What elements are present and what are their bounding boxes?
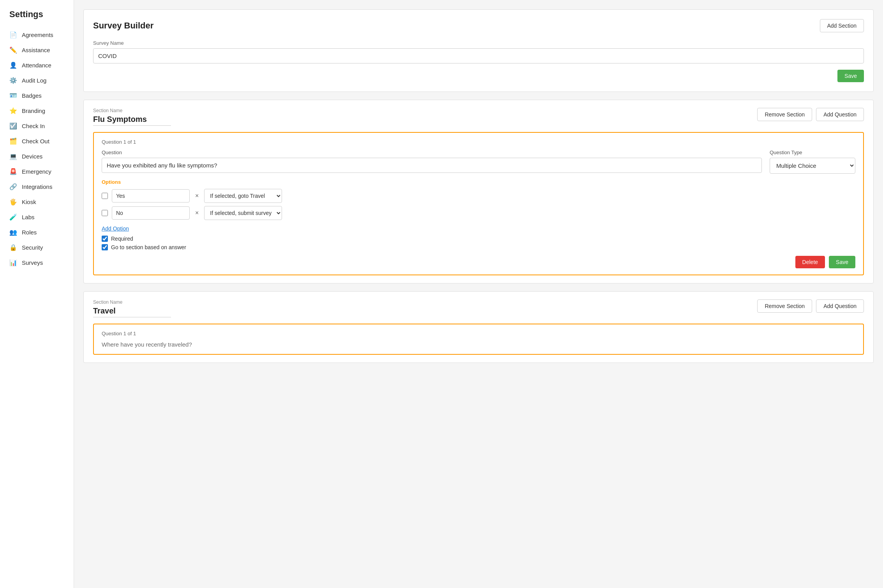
question-save-button-flu-symptoms-q1[interactable]: Save <box>829 256 855 268</box>
sidebar-item-branding[interactable]: ⭐Branding <box>0 103 74 118</box>
option-text-input-flu-symptoms-q1-1[interactable] <box>112 206 190 220</box>
options-label-flu-symptoms-q1: Options <box>102 179 855 185</box>
goto-section-checkbox-flu-symptoms-q1[interactable] <box>102 244 108 250</box>
surveys-icon: 📊 <box>9 259 17 266</box>
sidebar-item-agreements[interactable]: 📄Agreements <box>0 27 74 42</box>
sidebar-label-badges: Badges <box>22 92 42 99</box>
question-number-flu-symptoms-q1: Question 1 of 1 <box>102 139 855 145</box>
section-header-travel: Section NameTravelRemove SectionAdd Ques… <box>93 299 864 317</box>
sidebar-item-check-out[interactable]: 🗂️Check Out <box>0 134 74 149</box>
sidebar-item-badges[interactable]: 🪪Badges <box>0 88 74 103</box>
check-in-icon: ☑️ <box>9 122 17 130</box>
sidebar-label-branding: Branding <box>22 107 45 114</box>
sidebar-item-security[interactable]: 🔒Security <box>0 240 74 255</box>
labs-icon: 🧪 <box>9 213 17 221</box>
goto-section-label-flu-symptoms-q1: Go to section based on answer <box>111 244 186 250</box>
option-remove-flu-symptoms-q1-0[interactable]: × <box>194 192 200 199</box>
sidebar-item-labs[interactable]: 🧪Labs <box>0 209 74 225</box>
option-remove-flu-symptoms-q1-1[interactable]: × <box>194 209 200 217</box>
option-goto-flu-symptoms-q1-0: If selected, goto TravelIf selected, sub… <box>204 189 282 203</box>
section-name-group-flu-symptoms: Section NameFlu Symptoms <box>93 108 171 126</box>
question-delete-button-flu-symptoms-q1[interactable]: Delete <box>795 256 825 268</box>
sidebar-item-attendance[interactable]: 👤Attendance <box>0 58 74 73</box>
page-title: Survey Builder <box>93 21 153 31</box>
sidebar-item-assistance[interactable]: ✏️Assistance <box>0 42 74 58</box>
survey-save-button[interactable]: Save <box>837 70 864 82</box>
add-question-button-travel[interactable]: Add Question <box>816 299 864 313</box>
section-card-flu-symptoms: Section NameFlu SymptomsRemove SectionAd… <box>83 100 874 283</box>
section-header-flu-symptoms: Section NameFlu SymptomsRemove SectionAd… <box>93 108 864 126</box>
remove-section-button-travel[interactable]: Remove Section <box>757 299 812 313</box>
sidebar-item-emergency[interactable]: 🚨Emergency <box>0 164 74 179</box>
add-section-button[interactable]: Add Section <box>820 19 864 32</box>
survey-save-row: Save <box>93 70 864 82</box>
sidebar-label-labs: Labs <box>22 214 35 220</box>
question-label-flu-symptoms-q1: Question <box>102 150 762 155</box>
section-name-value-travel[interactable]: Travel <box>93 306 171 317</box>
devices-icon: 💻 <box>9 153 17 160</box>
option-goto-select-flu-symptoms-q1-0[interactable]: If selected, goto TravelIf selected, sub… <box>204 189 282 203</box>
question-field-flu-symptoms-q1: Question <box>102 150 762 174</box>
check-out-icon: 🗂️ <box>9 137 17 145</box>
section-name-label-travel: Section Name <box>93 299 171 305</box>
option-checkbox-flu-symptoms-q1-0[interactable] <box>102 193 108 199</box>
question-block-simple-travel-q1: Question 1 of 1Where have you recently t… <box>93 324 864 355</box>
kiosk-icon: 🖐️ <box>9 198 17 206</box>
audit-log-icon: ⚙️ <box>9 77 17 84</box>
required-label-flu-symptoms-q1: Required <box>111 236 133 242</box>
assistance-icon: ✏️ <box>9 46 17 54</box>
option-text-input-flu-symptoms-q1-0[interactable] <box>112 189 190 202</box>
emergency-icon: 🚨 <box>9 168 17 175</box>
section-actions-flu-symptoms: Remove SectionAdd Question <box>757 108 864 121</box>
security-icon: 🔒 <box>9 244 17 251</box>
required-checkbox-flu-symptoms-q1[interactable] <box>102 236 108 242</box>
sidebar-label-integrations: Integrations <box>22 183 52 190</box>
sidebar-label-security: Security <box>22 244 43 251</box>
question-input-flu-symptoms-q1[interactable] <box>102 158 762 173</box>
option-checkbox-flu-symptoms-q1-1[interactable] <box>102 210 108 216</box>
sidebar-item-surveys[interactable]: 📊Surveys <box>0 255 74 270</box>
sidebar-label-emergency: Emergency <box>22 168 51 175</box>
remove-section-button-flu-symptoms[interactable]: Remove Section <box>757 108 812 121</box>
main-content: Survey Builder Add Section Survey Name S… <box>74 0 883 588</box>
attendance-icon: 👤 <box>9 62 17 69</box>
sidebar-label-audit-log: Audit Log <box>22 77 46 84</box>
question-text-simple-travel-q1: Where have you recently traveled? <box>102 341 855 348</box>
survey-header-card: Survey Builder Add Section Survey Name S… <box>83 9 874 92</box>
sidebar-label-agreements: Agreements <box>22 32 53 38</box>
required-row-flu-symptoms-q1: Required <box>102 236 855 242</box>
section-actions-travel: Remove SectionAdd Question <box>757 299 864 313</box>
option-row-flu-symptoms-q1-0: ×If selected, goto TravelIf selected, su… <box>102 189 855 203</box>
badges-icon: 🪪 <box>9 92 17 99</box>
section-name-label-flu-symptoms: Section Name <box>93 108 171 113</box>
roles-icon: 👥 <box>9 229 17 236</box>
sidebar-item-kiosk[interactable]: 🖐️Kiosk <box>0 194 74 209</box>
sidebar-label-roles: Roles <box>22 229 37 236</box>
sidebar-label-assistance: Assistance <box>22 47 50 53</box>
question-type-select-flu-symptoms-q1[interactable]: Multiple ChoiceShort AnswerYes/No <box>770 158 855 174</box>
question-block-flu-symptoms-q1: Question 1 of 1QuestionQuestion TypeMult… <box>93 132 864 275</box>
sidebar-label-kiosk: Kiosk <box>22 199 36 205</box>
survey-name-input[interactable] <box>93 48 864 63</box>
section-name-group-travel: Section NameTravel <box>93 299 171 317</box>
option-goto-flu-symptoms-q1-1: If selected, goto TravelIf selected, sub… <box>204 206 282 220</box>
sidebar-item-devices[interactable]: 💻Devices <box>0 149 74 164</box>
agreements-icon: 📄 <box>9 31 17 39</box>
integrations-icon: 🔗 <box>9 183 17 190</box>
option-row-flu-symptoms-q1-1: ×If selected, goto TravelIf selected, su… <box>102 206 855 220</box>
sidebar-title: Settings <box>0 6 74 27</box>
sidebar-item-check-in[interactable]: ☑️Check In <box>0 118 74 134</box>
sidebar-item-audit-log[interactable]: ⚙️Audit Log <box>0 73 74 88</box>
survey-header-row: Survey Builder Add Section <box>93 19 864 32</box>
question-type-label-flu-symptoms-q1: Question Type <box>770 150 855 155</box>
branding-icon: ⭐ <box>9 107 17 114</box>
section-card-travel: Section NameTravelRemove SectionAdd Ques… <box>83 291 874 363</box>
option-goto-select-flu-symptoms-q1-1[interactable]: If selected, goto TravelIf selected, sub… <box>204 206 282 220</box>
sidebar-item-integrations[interactable]: 🔗Integrations <box>0 179 74 194</box>
sidebar-item-roles[interactable]: 👥Roles <box>0 225 74 240</box>
section-name-value-flu-symptoms[interactable]: Flu Symptoms <box>93 115 171 126</box>
question-row-flu-symptoms-q1: QuestionQuestion TypeMultiple ChoiceShor… <box>102 150 855 174</box>
survey-name-label: Survey Name <box>93 40 864 46</box>
add-question-button-flu-symptoms[interactable]: Add Question <box>816 108 864 121</box>
add-option-link-flu-symptoms-q1[interactable]: Add Option <box>102 225 129 232</box>
